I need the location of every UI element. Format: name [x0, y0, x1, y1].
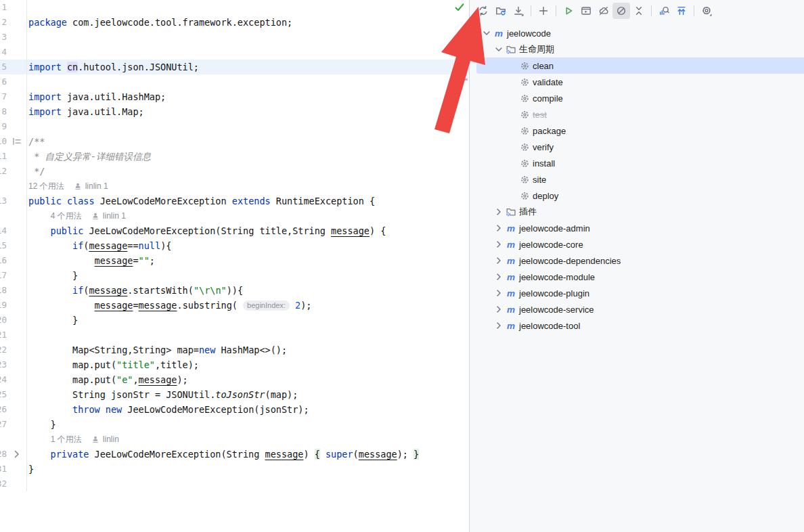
code-line[interactable]: 13public class JeeLowCodeMoreException e…	[0, 194, 469, 208]
code-line[interactable]: 23 map.put("title",title);	[0, 357, 469, 372]
maven-tree-item-clean[interactable]: clean	[476, 58, 804, 74]
code-line[interactable]: 21	[0, 328, 469, 342]
maven-settings-icon[interactable]	[698, 3, 715, 19]
maven-tree-item-validate[interactable]: validate	[470, 74, 804, 90]
execute-maven-goal-icon[interactable]	[577, 3, 595, 19]
line-number: 15	[0, 238, 7, 253]
generate-sources-icon[interactable]	[492, 3, 510, 19]
editor-gutter: 17	[0, 268, 27, 283]
line-number: 20	[0, 313, 7, 328]
code-line[interactable]: 16 message="";	[0, 253, 469, 268]
chevron-down-icon[interactable]	[493, 44, 505, 55]
usages-hint[interactable]: 12 个用法	[28, 179, 64, 194]
code-text: Map<String,String> map=new HashMap<>();	[27, 342, 287, 357]
fold-chevron-icon[interactable]	[12, 449, 22, 460]
maven-tree-item-test[interactable]: test	[470, 106, 804, 123]
code-line[interactable]: 25 String jsonStr = JSONUtil.toJsonStr(m…	[0, 387, 469, 402]
code-line[interactable]: 31}	[0, 462, 469, 476]
usages-hint[interactable]: 1 个用法	[51, 432, 82, 447]
code-line[interactable]: 24 map.put("e",message);	[0, 372, 469, 387]
maven-tool-window: mjeelowcode生命周期cleanvalidatecompiletestp…	[470, 0, 804, 532]
code-line[interactable]: 18 if(message.startsWith("\r\n")){	[0, 283, 469, 298]
code-line[interactable]: 14 public JeeLowCodeMoreException(String…	[0, 223, 469, 238]
editor-gutter: 6	[0, 74, 27, 89]
code-line[interactable]: 5import cn.hutool.json.JSONUtil;	[0, 60, 469, 74]
usages-author-inlay[interactable]: 12 个用法linlin 1	[27, 179, 108, 194]
maven-tree-item-jeelowcode-plugin[interactable]: mjeelowcode-plugin	[470, 285, 804, 301]
maven-tree-item-jeelowcode-service[interactable]: mjeelowcode-service	[470, 301, 804, 317]
code-line[interactable]: 17 }	[0, 268, 469, 283]
inspections-ok-icon[interactable]	[454, 2, 465, 13]
analyze-dependencies-icon[interactable]	[655, 3, 673, 19]
code-line[interactable]: 10/**	[0, 134, 469, 149]
add-maven-project-icon[interactable]	[535, 3, 552, 19]
maven-tree-item-package[interactable]: package	[470, 123, 804, 139]
code-line[interactable]: 7import java.util.HashMap;	[0, 89, 469, 104]
code-text: throw new JeeLowCodeMoreException(jsonSt…	[27, 402, 309, 417]
maven-tree-item-deploy[interactable]: deploy	[470, 187, 804, 204]
code-line[interactable]: 11 * 自定义异常-详细错误信息	[0, 149, 469, 164]
download-sources-icon[interactable]	[510, 3, 527, 19]
maven-tree-item-[interactable]: 生命周期	[470, 41, 804, 58]
code-line[interactable]: 32	[0, 476, 469, 491]
code-line[interactable]: 4	[0, 45, 469, 60]
maven-tree-item-[interactable]: 插件	[470, 204, 804, 220]
chevron-right-icon[interactable]	[493, 206, 505, 217]
maven-tree-item-compile[interactable]: compile	[470, 90, 804, 106]
code-text	[27, 45, 28, 60]
maven-tree-item-jeelowcode[interactable]: mjeelowcode	[470, 25, 804, 41]
code-line[interactable]: 9	[0, 119, 469, 134]
code-text: private JeeLowCodeMoreException(String m…	[27, 447, 419, 462]
chevron-right-icon[interactable]	[493, 320, 505, 331]
skip-tests-icon[interactable]	[612, 3, 630, 19]
maven-tree-item-jeelowcode-tool[interactable]: mjeelowcode-tool	[470, 317, 804, 334]
author-hint[interactable]: linlin 1	[103, 208, 126, 223]
code-editor[interactable]: 12package com.jeelowcode.tool.framework.…	[0, 0, 469, 532]
update-versions-icon[interactable]	[673, 3, 690, 19]
chevron-down-icon[interactable]	[481, 28, 493, 39]
maven-tree-item-jeelowcode-dependencies[interactable]: mjeelowcode-dependencies	[470, 252, 804, 269]
collapse-all-icon[interactable]	[630, 3, 648, 19]
author-hint[interactable]: linlin	[103, 432, 119, 447]
maven-tree-item-site[interactable]: site	[470, 171, 804, 187]
code-line[interactable]: 2package com.jeelowcode.tool.framework.e…	[0, 15, 469, 30]
usages-hint[interactable]: 4 个用法	[51, 208, 82, 223]
code-line[interactable]: 1	[0, 0, 469, 15]
line-number: 13	[0, 194, 7, 208]
editor-gutter	[0, 432, 27, 447]
maven-tree-item-jeelowcode-admin[interactable]: mjeelowcode-admin	[470, 220, 804, 236]
chevron-right-icon[interactable]	[493, 288, 505, 298]
chevron-right-icon[interactable]	[493, 304, 505, 315]
code-line[interactable]: 22 Map<String,String> map=new HashMap<>(…	[0, 342, 469, 357]
code-line[interactable]: 28 private JeeLowCodeMoreException(Strin…	[0, 447, 469, 462]
chevron-right-icon[interactable]	[493, 271, 505, 282]
maven-tree-item-jeelowcode-module[interactable]: mjeelowcode-module	[470, 269, 804, 285]
maven-tree-item-jeelowcode-core[interactable]: mjeelowcode-core	[470, 236, 804, 252]
code-text: import java.util.HashMap;	[27, 89, 166, 104]
code-line[interactable]: 12 */	[0, 164, 469, 179]
maven-tree-item-verify[interactable]: verify	[470, 139, 804, 155]
code-line[interactable]: 15 if(message==null){	[0, 238, 469, 253]
chevron-right-icon[interactable]	[493, 255, 505, 266]
author-hint[interactable]: linlin 1	[85, 179, 108, 194]
code-line[interactable]: 8import java.util.Map;	[0, 104, 469, 119]
editor-gutter: 18	[0, 283, 27, 298]
usages-author-inlay[interactable]: 1 个用法linlin	[27, 432, 119, 447]
code-line[interactable]: 20 }	[0, 313, 469, 328]
chevron-right-icon[interactable]	[493, 223, 505, 234]
chevron-right-icon[interactable]	[493, 239, 505, 250]
code-line[interactable]: 26 throw new JeeLowCodeMoreException(jso…	[0, 402, 469, 417]
maven-tree-item-install[interactable]: install	[470, 155, 804, 171]
code-line[interactable]: 6	[0, 74, 469, 89]
reload-maven-projects-icon[interactable]	[474, 3, 492, 19]
code-line[interactable]: 19 message=message.substring( beginIndex…	[0, 298, 469, 313]
toolbar-separator	[531, 5, 531, 16]
run-maven-build-icon[interactable]	[560, 3, 577, 19]
tree-item-label: jeelowcode-service	[519, 305, 594, 315]
tree-item-label: install	[533, 158, 555, 169]
code-line[interactable]: 3	[0, 30, 469, 45]
usages-author-inlay[interactable]: 4 个用法linlin 1	[27, 208, 126, 223]
code-text: import java.util.Map;	[27, 104, 144, 119]
code-line[interactable]: 27 }	[0, 417, 469, 432]
toggle-offline-mode-icon[interactable]	[595, 3, 612, 19]
